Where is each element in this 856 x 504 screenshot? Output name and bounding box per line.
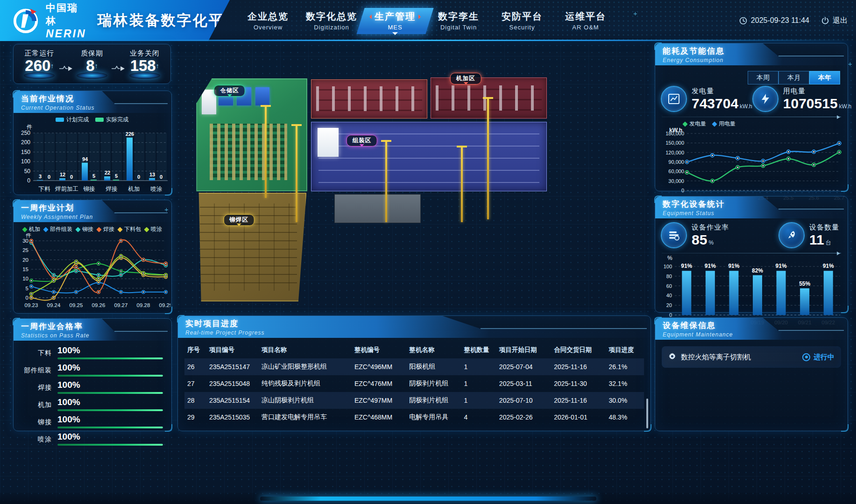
svg-text:55%: 55% [799,280,810,287]
energy-line-chart: 030,00060,00090,000120,000150,000180,000… [658,128,845,203]
svg-text:30,000: 30,000 [668,178,684,184]
pass-rate-row: 铆接100% [18,414,163,428]
tab-text: 企业总览 [248,10,289,23]
dashboard: 中国瑞林 NERIN 瑞林装备数字化平台 企业总览Overview数字化总览Di… [0,0,856,504]
table-row[interactable]: 29235A2515035营口建发电解专用吊车EZC^468MM电解专用吊具42… [184,409,644,426]
tab-digital-twin[interactable]: 数字孪生Digital Twin [429,6,488,35]
legend-label: 喷涂 [151,225,162,233]
stat-label: 发电量 [692,87,752,96]
lightning-icon [752,86,778,112]
tab-text: 数字孪生 [438,10,479,23]
tab-label-en: Digitization [314,24,349,31]
pass-rate-row: 部件组装100% [18,363,163,377]
table-cell: 2025-11-30 [551,375,606,392]
table-cell: 凉山阴极剥片机组 [259,392,352,409]
svg-text:0: 0 [160,174,163,180]
svg-text:0: 0 [137,174,140,180]
svg-text:09.26: 09.26 [92,302,106,308]
svg-text:13: 13 [149,172,155,177]
panel-header: 一周作业合格率 Statistics on Pass Rate [14,319,171,341]
table-cell: 2025-03-11 [496,375,551,392]
table-row[interactable]: 28235A2515154凉山阴极剥片机组EZC^497MM阴极剥片机组1202… [184,392,644,409]
table-cell: EZC^497MM [352,392,406,409]
legend-label: 发电量 [689,120,706,128]
panel-title: 一周作业合格率 [21,321,171,332]
legend-label: 部件组装 [50,225,72,233]
map-zone-label-assembly[interactable]: 组装区 [346,135,377,147]
table-cell: 2025-07-04 [496,358,551,375]
svg-text:喷涂: 喷涂 [151,186,163,192]
active-tab-arrow-right-icon [418,14,423,19]
table-cell: 48.3% [606,409,644,426]
tab-security[interactable]: 安防平台Security [492,6,552,35]
operation-bar-chart: 050100150200250件30下料120焊前加工945铆接225焊接226… [14,124,170,194]
svg-text:焊前加工: 焊前加工 [55,186,78,192]
stat-unit: kW.h [740,103,752,110]
chart-icon [661,86,687,112]
pass-rate-bar [57,375,163,377]
table-cell: 阴极剥片机组 [406,392,461,409]
map-zone-label-machining[interactable]: 机加区 [450,73,481,84]
svg-text:5: 5 [92,173,95,179]
panel-title: 数字化设备统计 [663,199,848,210]
map-zone-label-storage[interactable]: 仓储区 [214,85,245,97]
table-scrollbar[interactable] [646,399,648,428]
table-cell: EZC^476MM [352,375,406,392]
legend-item: 焊接 [97,225,114,233]
pass-rate-bar [57,392,163,394]
energy-tab-本年[interactable]: 本年 [809,71,840,84]
device-count-stat: 设备数量 11台 [778,222,839,248]
stat-value: 85 [692,232,707,247]
tab-text: 生产管理 [375,10,416,23]
svg-text:226: 226 [126,131,134,137]
main-nav: 企业总览Overview数字化总览Digitization生产管理MES数字孪生… [230,0,739,41]
energy-tab-本周[interactable]: 本周 [748,71,778,84]
factory-3d-map: 仓储区机加区组装区铆焊区 [177,45,650,314]
logout-button[interactable]: 退出 [821,16,848,26]
maintenance-item[interactable]: 数控火焰等离子切割机进行中 [662,346,841,368]
table-cell: EZC^496MM [352,358,406,375]
status-card-2: 质保期8↑ [73,49,112,79]
status-card-1: 正常运行260↑ [20,49,59,79]
pass-rate-bar-fill [57,444,163,446]
tab-mes[interactable]: 生产管理MES [365,6,425,35]
svg-text:120,000: 120,000 [665,150,684,155]
tab-label-zh: 生产管理 [367,10,423,23]
gear-icon [668,352,676,362]
svg-text:09.24: 09.24 [47,302,61,308]
svg-text:91%: 91% [705,263,716,269]
pass-rate-value: 100% [57,397,163,407]
legend-item: 实际完成 [95,116,128,124]
tab-label-zh: 数字孪生 [438,10,479,23]
pass-rate-value: 100% [57,414,163,425]
energy-period-tabs: 本周本月本年 [748,71,840,84]
tab-label-zh: 企业总览 [248,10,289,23]
svg-text:10: 10 [22,276,28,281]
consumption-stat: 用电量 1070515kW.h [752,86,851,112]
svg-text:60,000: 60,000 [668,168,684,174]
tab-overview[interactable]: 企业总览Overview [238,6,298,35]
map-zone-label-welding[interactable]: 铆焊区 [223,214,255,226]
tab-ar-o-m[interactable]: 运维平台AR O&M [556,6,615,35]
logout-label: 退出 [833,16,848,26]
svg-text:100: 100 [21,158,30,165]
tab-digitization[interactable]: 数字化总览Digitization [302,6,361,35]
svg-text:0: 0 [27,177,30,184]
table-cell: 28 [184,392,206,409]
legend-item: 机加 [23,225,40,233]
svg-text:0: 0 [70,174,73,180]
svg-text:20: 20 [666,302,672,308]
status-cards: 正常运行260↑质保期8↑业务关闭158↑ [13,44,171,84]
legend-item: 计划完成 [56,116,89,124]
table-row[interactable]: 26235A2515147凉山矿业阳极整形机组EZC^496MM阳极机组1202… [184,358,644,375]
table-row[interactable]: 27235A2515048纯钧残极及剥片机组EZC^476MM阴极剥片机组120… [184,375,644,392]
energy-tab-本月[interactable]: 本月 [778,71,809,84]
pass-rate-bar-fill [57,375,163,377]
legend-item: 用电量 [713,120,736,128]
legend-marker-icon [75,227,80,232]
table-cell: 2025-11-16 [551,392,606,409]
svg-text:82%: 82% [752,267,763,274]
map-zone-machining-a [311,79,427,119]
svg-text:0: 0 [48,174,50,180]
rocket-icon [778,222,805,248]
